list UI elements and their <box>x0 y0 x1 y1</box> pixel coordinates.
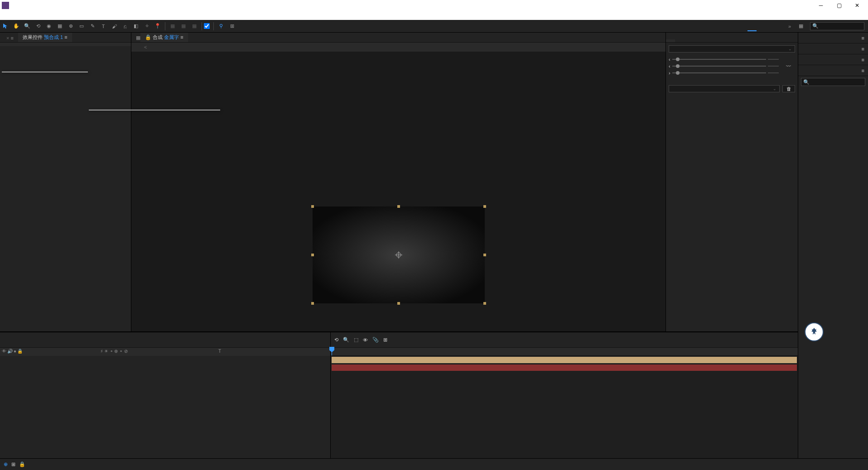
app-icon <box>2 2 9 9</box>
comp-tab[interactable]: 🔒 合成 金属字 ≡ <box>140 33 188 42</box>
tl-icon[interactable]: ⬚ <box>354 337 358 343</box>
layer-tab[interactable] <box>197 39 206 42</box>
help-search[interactable]: 🔍 <box>810 22 864 30</box>
workspace-standard[interactable] <box>757 21 766 31</box>
slider-3[interactable]: › <box>669 70 779 76</box>
tl-icon[interactable]: 📎 <box>372 337 379 343</box>
timeline-panel: ⟲ 🔍 ⬚ 👁 📎 ⊞ 👁 🔊 ● 🔒 ♯ ☀ ⚬ ⊕ ⚬ ⊘ T <box>0 331 798 458</box>
footer-icon[interactable]: ⊞ <box>11 461 15 467</box>
handle-mr[interactable] <box>483 254 486 256</box>
timeline-ruler[interactable] <box>331 348 798 356</box>
workspace-icon[interactable]: ▦ <box>796 22 805 31</box>
audio-col-icon[interactable]: 🔊 <box>7 349 13 355</box>
tl-icon[interactable]: ⊞ <box>383 337 387 343</box>
hand-tool[interactable]: ✋ <box>12 22 21 31</box>
menu-bar <box>0 11 868 20</box>
comp-canvas[interactable] <box>313 206 485 303</box>
track-bar-2[interactable] <box>332 364 797 371</box>
camera-tool[interactable]: ▦ <box>55 22 64 31</box>
rotation-tool[interactable]: ◉ <box>44 22 53 31</box>
timeline-layers <box>0 356 331 458</box>
info-panel-column: ≡ ≡ ≡ ≡ 🔍 <box>798 33 868 470</box>
local-axis[interactable]: ▦ <box>168 22 177 31</box>
eye-col-icon[interactable]: 👁 <box>2 349 6 355</box>
snap-checkbox[interactable] <box>204 23 210 29</box>
col-sourcename[interactable] <box>45 348 100 356</box>
orbit-tool[interactable]: ⟲ <box>34 22 43 31</box>
slider-1[interactable]: ‹ <box>669 57 779 62</box>
anchor-tool[interactable]: ⊕ <box>66 22 75 31</box>
roto-tool[interactable]: ✧ <box>142 22 151 31</box>
workspace-library[interactable] <box>775 21 784 31</box>
script-manager-tab[interactable] <box>675 39 684 42</box>
deer-icon <box>809 326 820 337</box>
selection-tool[interactable] <box>1 22 10 31</box>
footer-icon[interactable]: ⊕ <box>4 461 8 467</box>
handle-tr[interactable] <box>483 205 486 208</box>
handle-bc[interactable] <box>397 302 400 305</box>
tl-icon[interactable]: 👁 <box>363 337 368 343</box>
footage-tab[interactable] <box>188 39 197 42</box>
panel-grip[interactable]: ▦ <box>131 34 140 42</box>
brush-tool[interactable]: 🖌 <box>110 22 119 31</box>
workspace-default[interactable] <box>747 21 757 31</box>
timeline-timecode[interactable] <box>4 333 327 335</box>
separator <box>202 22 202 30</box>
snap-icon[interactable]: ⚲ <box>217 22 226 31</box>
task-delete-button[interactable]: 🗑 <box>782 85 795 92</box>
search-icon: 🔍 <box>803 79 810 85</box>
minimize-button[interactable]: ─ <box>812 0 830 11</box>
toolbar: ✋ 🔍 ⟲ ◉ ▦ ⊕ ▭ ✎ T 🖌 ⎌ ◧ ✧ 📍 ▦ ▦ ▦ ⚲ ⊞ » … <box>0 20 868 33</box>
pen-tool[interactable]: ✎ <box>88 22 97 31</box>
handle-br[interactable] <box>483 302 486 305</box>
motion2-tab[interactable] <box>666 39 675 42</box>
col-mode[interactable] <box>172 348 217 356</box>
timeline-tracks[interactable] <box>331 356 798 458</box>
eraser-tool[interactable]: ◧ <box>131 22 140 31</box>
track-bar-1[interactable] <box>332 357 797 363</box>
solo-col-icon[interactable]: ● <box>14 349 16 355</box>
preview-section[interactable]: ≡ <box>798 54 868 65</box>
handle-bl[interactable] <box>311 302 314 305</box>
tl-icon[interactable]: ⟲ <box>334 337 338 343</box>
search-icon: 🔍 <box>812 23 819 29</box>
info-section[interactable]: ≡ <box>798 33 868 43</box>
workspace-small[interactable] <box>766 21 775 31</box>
effect-controls-tab[interactable]: 效果控件 预合成 1 ≡ <box>18 33 72 42</box>
view-axis[interactable]: ▦ <box>190 22 199 31</box>
col-parent[interactable] <box>258 348 299 356</box>
audio-section[interactable]: ≡ <box>798 43 868 54</box>
close-button[interactable]: ✕ <box>848 0 866 11</box>
graph-icon[interactable]: 〰 <box>781 55 795 77</box>
handle-tc[interactable] <box>397 205 400 208</box>
clone-tool[interactable]: ⎌ <box>121 22 130 31</box>
workspace-more[interactable]: » <box>784 21 796 31</box>
handle-ml[interactable] <box>311 254 314 256</box>
zoom-tool[interactable]: 🔍 <box>23 22 32 31</box>
tl-icon[interactable]: 🔍 <box>343 337 349 343</box>
rect-tool[interactable]: ▭ <box>77 22 86 31</box>
text-tool[interactable]: T <box>99 22 108 31</box>
maximize-button[interactable]: ▢ <box>830 0 848 11</box>
handle-tl[interactable] <box>311 205 314 208</box>
effect-menu <box>89 110 220 110</box>
project-tab[interactable]: × ≡ <box>0 34 18 42</box>
puppet-tool[interactable]: 📍 <box>153 22 162 31</box>
footer-icon[interactable]: 🔒 <box>19 461 25 467</box>
lock-col-icon[interactable]: 🔒 <box>17 349 23 355</box>
effect-controls-header <box>0 43 131 46</box>
motion-version-dropdown[interactable]: ⌄ <box>669 45 795 53</box>
status-bar: ⊕ ⊞ 🔒 <box>0 458 868 470</box>
slider-2[interactable]: ‹ <box>669 63 779 69</box>
effects-presets-section[interactable]: ≡ <box>798 65 868 76</box>
separator <box>165 22 165 30</box>
snap-icon2[interactable]: ⊞ <box>227 22 236 31</box>
anchor-icon <box>395 251 402 259</box>
effects-search[interactable]: 🔍 <box>801 78 865 86</box>
world-axis[interactable]: ▦ <box>179 22 188 31</box>
snap-toggle[interactable] <box>204 23 212 29</box>
watermark-badge <box>805 322 824 341</box>
playhead[interactable] <box>332 348 332 355</box>
task-dropdown[interactable]: ⌄ <box>669 85 780 92</box>
help-search-input[interactable] <box>819 24 862 29</box>
